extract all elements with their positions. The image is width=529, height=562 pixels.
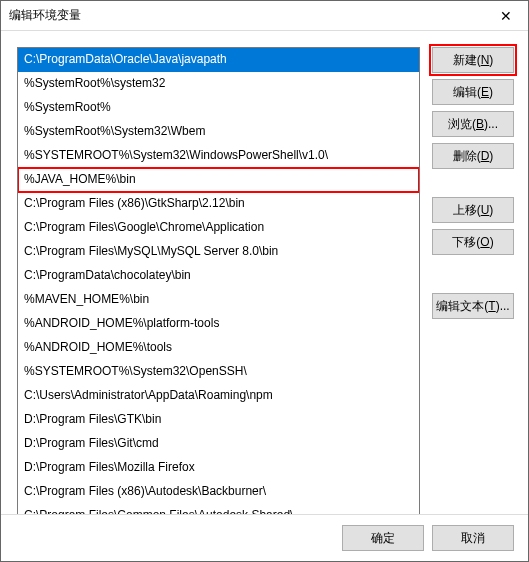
list-item[interactable]: %ANDROID_HOME%\platform-tools xyxy=(18,312,419,336)
list-item[interactable]: C:\Users\Administrator\AppData\Roaming\n… xyxy=(18,384,419,408)
list-item[interactable]: D:\Program Files\Mozilla Firefox xyxy=(18,456,419,480)
button-column: 新建(N) 编辑(E) 浏览(B)... 删除(D) 上移(U) 下移(O) 编… xyxy=(432,47,514,514)
list-item[interactable]: C:\ProgramData\Oracle\Java\javapath xyxy=(18,48,419,72)
list-item[interactable]: %SYSTEMROOT%\System32\OpenSSH\ xyxy=(18,360,419,384)
list-item[interactable]: C:\Program Files\MySQL\MySQL Server 8.0\… xyxy=(18,240,419,264)
move-down-button[interactable]: 下移(O) xyxy=(432,229,514,255)
list-item[interactable]: %SystemRoot% xyxy=(18,96,419,120)
list-item[interactable]: %SystemRoot%\system32 xyxy=(18,72,419,96)
edit-text-button[interactable]: 编辑文本(T)... xyxy=(432,293,514,319)
ok-button[interactable]: 确定 xyxy=(342,525,424,551)
list-item[interactable]: C:\ProgramData\chocolatey\bin xyxy=(18,264,419,288)
close-icon: ✕ xyxy=(500,8,512,24)
titlebar: 编辑环境变量 ✕ xyxy=(1,1,528,31)
edit-button[interactable]: 编辑(E) xyxy=(432,79,514,105)
window-title: 编辑环境变量 xyxy=(9,7,483,24)
new-button[interactable]: 新建(N) xyxy=(432,47,514,73)
cancel-button[interactable]: 取消 xyxy=(432,525,514,551)
list-item[interactable]: %SystemRoot%\System32\Wbem xyxy=(18,120,419,144)
list-item[interactable]: D:\Program Files\GTK\bin xyxy=(18,408,419,432)
path-listbox[interactable]: C:\ProgramData\Oracle\Java\javapath%Syst… xyxy=(17,47,420,514)
list-item[interactable]: D:\Program Files\Git\cmd xyxy=(18,432,419,456)
list-item[interactable]: C:\Program Files\Common Files\Autodesk S… xyxy=(18,504,419,514)
list-item[interactable]: C:\Program Files (x86)\Autodesk\Backburn… xyxy=(18,480,419,504)
list-item[interactable]: %MAVEN_HOME%\bin xyxy=(18,288,419,312)
list-item[interactable]: %JAVA_HOME%\bin xyxy=(18,168,419,192)
list-item[interactable]: %ANDROID_HOME%\tools xyxy=(18,336,419,360)
close-button[interactable]: ✕ xyxy=(483,1,528,30)
list-item[interactable]: %SYSTEMROOT%\System32\WindowsPowerShell\… xyxy=(18,144,419,168)
move-up-button[interactable]: 上移(U) xyxy=(432,197,514,223)
content-area: C:\ProgramData\Oracle\Java\javapath%Syst… xyxy=(1,31,528,514)
browse-button[interactable]: 浏览(B)... xyxy=(432,111,514,137)
footer: 确定 取消 xyxy=(1,514,528,561)
dialog-window: 编辑环境变量 ✕ C:\ProgramData\Oracle\Java\java… xyxy=(0,0,529,562)
list-item[interactable]: C:\Program Files\Google\Chrome\Applicati… xyxy=(18,216,419,240)
delete-button[interactable]: 删除(D) xyxy=(432,143,514,169)
list-item[interactable]: C:\Program Files (x86)\GtkSharp\2.12\bin xyxy=(18,192,419,216)
